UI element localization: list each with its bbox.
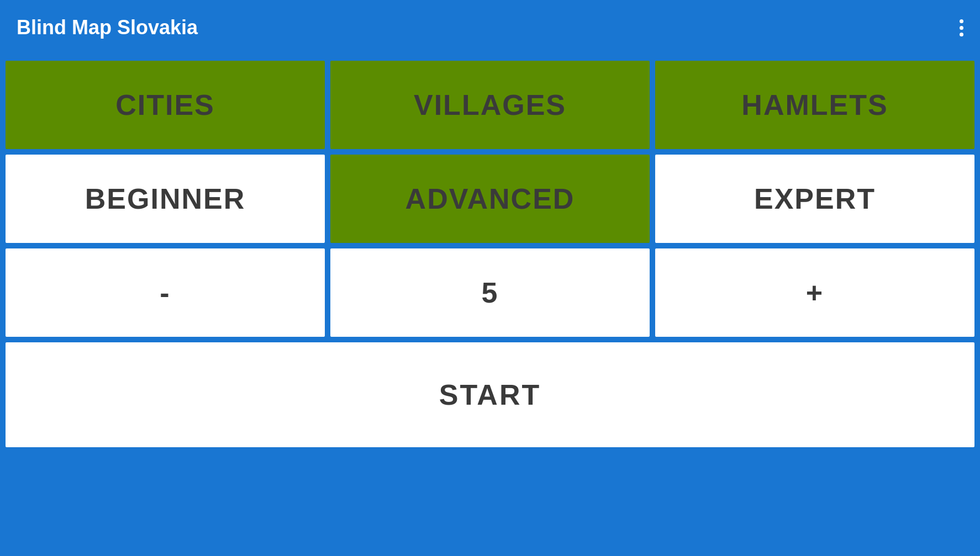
more-options-button[interactable] bbox=[960, 19, 963, 36]
count-display: 5 bbox=[330, 248, 650, 337]
start-row: START bbox=[6, 342, 974, 447]
villages-button[interactable]: VILLAGES bbox=[330, 61, 650, 149]
app-title: Blind Map Slovakia bbox=[17, 16, 198, 39]
app-bar: Blind Map Slovakia bbox=[0, 0, 980, 55]
advanced-button[interactable]: ADVANCED bbox=[330, 155, 650, 243]
location-type-row: CITIES VILLAGES HAMLETS bbox=[6, 61, 974, 149]
expert-button[interactable]: EXPERT bbox=[655, 155, 974, 243]
cities-button[interactable]: CITIES bbox=[6, 61, 325, 149]
count-stepper-row: - 5 + bbox=[6, 248, 974, 337]
main-content: CITIES VILLAGES HAMLETS BEGINNER ADVANCE… bbox=[0, 55, 980, 453]
increase-button[interactable]: + bbox=[655, 248, 974, 337]
decrease-button[interactable]: - bbox=[6, 248, 325, 337]
start-button[interactable]: START bbox=[6, 342, 974, 447]
difficulty-row: BEGINNER ADVANCED EXPERT bbox=[6, 155, 974, 243]
beginner-button[interactable]: BEGINNER bbox=[6, 155, 325, 243]
hamlets-button[interactable]: HAMLETS bbox=[655, 61, 974, 149]
